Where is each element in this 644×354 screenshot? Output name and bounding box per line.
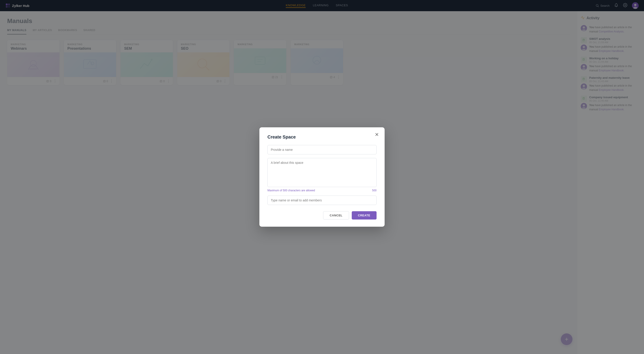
char-info: Maximum of 500 characters are allowed 50… — [268, 189, 376, 192]
space-description-input[interactable] — [268, 158, 376, 187]
char-count: 500 — [372, 189, 376, 192]
space-name-input[interactable] — [268, 145, 376, 154]
cancel-button[interactable]: CANCEL — [323, 211, 349, 219]
modal-title: Create Space — [268, 135, 376, 140]
create-button[interactable]: CREATE — [352, 211, 376, 219]
create-space-modal: ✕ Create Space Maximum of 500 characters… — [260, 127, 384, 227]
members-input[interactable] — [268, 196, 376, 205]
modal-footer: CANCEL CREATE — [268, 211, 376, 219]
modal-close-button[interactable]: ✕ — [374, 132, 380, 138]
char-hint: Maximum of 500 characters are allowed — [268, 189, 315, 192]
modal-overlay[interactable]: ✕ Create Space Maximum of 500 characters… — [0, 0, 644, 354]
